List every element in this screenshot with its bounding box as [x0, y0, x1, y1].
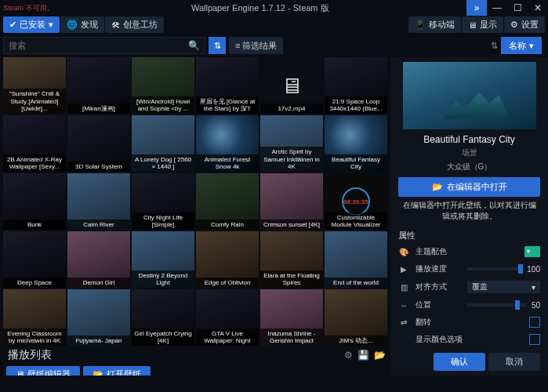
- thumb-caption: Edge of Oblivion: [196, 278, 259, 288]
- speed-value: 100: [527, 265, 540, 274]
- wallpaper-thumb[interactable]: Fujiyama- Japan: [67, 289, 130, 346]
- wallpaper-thumb[interactable]: 21:9 Space Loop 3440x1440 (Blue...: [325, 57, 387, 114]
- search-box[interactable]: 🔍: [3, 37, 205, 54]
- playlist-load-icon[interactable]: 📂: [374, 350, 386, 361]
- sort-select[interactable]: 名称▾: [501, 37, 542, 54]
- wallpaper-thumb[interactable]: City Night Life [Simple]: [132, 173, 194, 230]
- wallpaper-thumb[interactable]: 3D Solar System: [67, 115, 130, 172]
- ok-button[interactable]: 确认: [434, 353, 485, 371]
- thumb-caption: [Win/Android] Howl and Sophie <by ...: [132, 96, 194, 114]
- wallpaper-thumb[interactable]: Evening Classroom by michelwin in 4K: [3, 289, 66, 346]
- wallpaper-thumb[interactable]: Destiny 2 Beyond Light: [132, 231, 194, 288]
- position-icon: ↔: [398, 301, 409, 310]
- thumb-caption: Demon Girl: [67, 278, 130, 288]
- color-swatch[interactable]: [524, 246, 540, 257]
- speed-slider[interactable]: [467, 267, 522, 270]
- wallpaper-thumb[interactable]: Crimson sunset [4K]: [260, 173, 323, 230]
- playlist-title: 播放列表: [8, 348, 52, 362]
- wallpaper-thumb[interactable]: Comfy Rain: [196, 173, 259, 230]
- open-wallpaper-button[interactable]: 📂打开壁纸: [83, 366, 151, 376]
- wallpaper-thumb[interactable]: A Lonely Dog [ 2560 × 1440 ]: [132, 115, 194, 172]
- wallpaper-editor-button[interactable]: 🖥壁纸编辑器: [6, 366, 80, 376]
- wallpaper-thumb[interactable]: 08:26:35Customizable Module Visualizer: [325, 173, 387, 230]
- btn-mobile[interactable]: 📱移动端: [408, 16, 461, 33]
- tab-installed[interactable]: ✔已安装▾: [3, 16, 60, 33]
- playlist-save-icon[interactable]: 💾: [357, 350, 369, 361]
- close-button[interactable]: ✕: [528, 0, 548, 16]
- wallpaper-thumb[interactable]: Calm River: [67, 173, 130, 230]
- tab-workshop-label: 创意工坊: [123, 19, 158, 31]
- maximize-button[interactable]: ☐: [507, 0, 528, 16]
- tab-installed-label: 已安装: [20, 19, 45, 31]
- search-input[interactable]: [9, 41, 188, 50]
- cancel-button[interactable]: 取消: [488, 353, 540, 371]
- wallpaper-thumb[interactable]: [Mikan漫画]: [67, 57, 130, 114]
- folder-icon: 📂: [93, 369, 103, 376]
- thumb-caption: 3D Solar System: [67, 162, 130, 172]
- wallpaper-thumb[interactable]: Elara at the Floating Spires: [260, 231, 323, 288]
- thumb-caption: A Lonely Dog [ 2560 × 1440 ]: [132, 154, 194, 172]
- monitor-icon: 🖥: [468, 20, 477, 30]
- wallpaper-thumb[interactable]: 星屑を见 [Glance at the Stars] by 深T: [196, 57, 259, 114]
- thumb-caption: Destiny 2 Beyond Light: [132, 270, 194, 288]
- prop-color-label: 主题配色: [416, 246, 461, 257]
- wallpaper-thumb[interactable]: Beautiful Fantasy City: [325, 115, 387, 172]
- filter-icon: ⇅: [214, 41, 221, 51]
- playlist-config-icon[interactable]: ⚙: [344, 350, 353, 361]
- wallpaper-thumb[interactable]: [Win/Android] Howl and Sophie <by ...: [132, 57, 194, 114]
- tab-workshop[interactable]: 🛠创意工坊: [105, 16, 164, 33]
- btn-settings[interactable]: ⚙设置: [504, 16, 545, 33]
- filter-button[interactable]: ⇅: [209, 37, 226, 54]
- wallpaper-thumb[interactable]: Girl Eyepatch Crying [4K]: [132, 289, 194, 346]
- pos-slider[interactable]: [467, 303, 527, 307]
- wallpaper-thumb[interactable]: GTA V Live Wallpaper: Night: [196, 289, 259, 346]
- thumb-caption: Girl Eyepatch Crying [4K]: [132, 328, 194, 346]
- wallpaper-thumb[interactable]: Animated Forest Snow 4k: [196, 115, 259, 172]
- wallpaper-thumb[interactable]: Bunk: [3, 173, 66, 230]
- btn-settings-label: 设置: [521, 19, 539, 31]
- wallpaper-thumb[interactable]: Demon Girl: [67, 231, 130, 288]
- wallpaper-thumb[interactable]: End of the world: [325, 231, 387, 288]
- thumb-caption: Deep Space: [3, 278, 66, 288]
- tab-discover[interactable]: 🌐发现: [60, 16, 104, 33]
- thumb-caption: Beautiful Fantasy City: [325, 154, 387, 172]
- palette-icon: 🎨: [398, 248, 409, 256]
- sliders-icon: ≡: [235, 41, 240, 50]
- thumb-caption: Calm River: [67, 220, 130, 230]
- thumb-caption: 17v2.mp4: [260, 103, 323, 114]
- flip-checkbox[interactable]: [529, 317, 540, 328]
- showcolor-checkbox[interactable]: [529, 334, 540, 345]
- wallpaper-thumb[interactable]: Deep Space: [3, 231, 66, 288]
- wallpaper-thumb[interactable]: 2B Animated X-Ray Wallpaper [Sexy...: [3, 115, 66, 172]
- wallpaper-thumb[interactable]: Edge of Oblivion: [196, 231, 259, 288]
- prop-speed-label: 播放速度: [416, 263, 461, 274]
- preview-title: Beautiful Fantasy City: [390, 132, 548, 147]
- wallpaper-editor-label: 壁纸编辑器: [27, 368, 71, 376]
- pos-value: 50: [532, 301, 540, 310]
- collapse-button[interactable]: »: [466, 0, 487, 16]
- wallpaper-thumb[interactable]: Arctic Spirit by Samuel Inkiläinen in 4K: [260, 115, 323, 172]
- open-in-editor-button[interactable]: 📂在编辑器中打开: [398, 177, 540, 197]
- preview-rating: 大众级（G）: [390, 162, 548, 177]
- sort-label: 名称: [509, 40, 526, 52]
- workshop-icon: 🛠: [111, 20, 120, 30]
- thumb-caption: Animated Forest Snow 4k: [196, 154, 259, 172]
- wallpaper-thumb[interactable]: "Sunshine" Chill & Study [Animated][Uwid…: [3, 57, 66, 114]
- play-icon: ▶: [398, 265, 409, 274]
- filter-results-tag[interactable]: ≡ 筛选结果: [229, 37, 283, 54]
- thumb-caption: Customizable Module Visualizer: [325, 212, 387, 230]
- prop-flip-label: 翻转: [416, 317, 461, 328]
- steam-status: Steam 不可用。: [0, 3, 54, 13]
- minimize-button[interactable]: ―: [487, 0, 507, 16]
- chevron-down-icon: ▾: [532, 283, 535, 292]
- window-title: Wallpaper Engine 1.7.12 - Steam 版: [54, 2, 466, 14]
- tab-discover-label: 发现: [81, 19, 98, 31]
- wallpaper-thumb[interactable]: 🖥17v2.mp4: [260, 57, 323, 114]
- thumb-caption: Fujiyama- Japan: [67, 336, 130, 346]
- thumb-caption: "Sunshine" Chill & Study [Animated][Uwid…: [3, 89, 66, 114]
- align-select[interactable]: 覆盖▾: [467, 281, 540, 293]
- wallpaper-thumb[interactable]: Inazuma Shrine - Genshin Impact: [260, 289, 323, 346]
- wallpaper-thumb[interactable]: JIM's 动态...: [325, 289, 387, 346]
- open-in-editor-label: 在编辑器中打开: [447, 181, 507, 193]
- btn-display[interactable]: 🖥显示: [462, 16, 503, 33]
